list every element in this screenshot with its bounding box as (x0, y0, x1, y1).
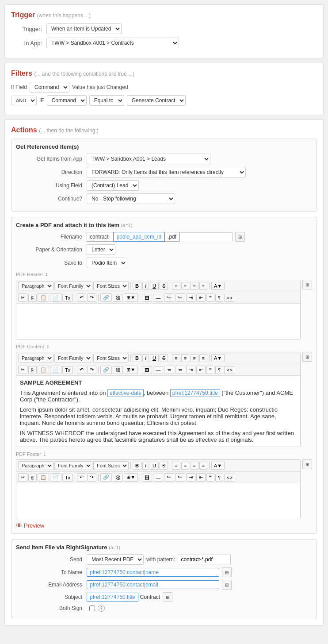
header-redo-btn[interactable]: ↷ (87, 293, 96, 302)
header-italic-btn[interactable]: I (142, 282, 149, 290)
content-strike-btn[interactable]: S (160, 354, 168, 362)
and-select[interactable]: AND (11, 96, 37, 105)
content-source-btn[interactable]: <> (224, 366, 235, 374)
footer-unlink-btn[interactable]: ⛓ (113, 474, 123, 482)
header-grid-icon[interactable]: ⊞ (302, 280, 312, 289)
header-underline-btn[interactable]: U (150, 282, 159, 290)
content-outdent-btn[interactable]: ⇤ (196, 366, 206, 374)
pdf-content-body[interactable]: SAMPLE AGREEMENT This Agreement is enter… (16, 376, 300, 447)
content-undo-btn[interactable]: ↶ (77, 366, 86, 374)
footer-indent-btn[interactable]: ⇥ (186, 473, 195, 482)
header-para-btn[interactable]: ¶ (215, 294, 223, 302)
generate-contract-select[interactable]: Generate Contract (127, 95, 186, 106)
header-align-right-btn[interactable]: ≡ (190, 282, 198, 290)
footer-grid-icon[interactable]: ⊞ (302, 459, 312, 469)
footer-align-right-btn[interactable]: ≡ (190, 462, 198, 470)
paper-select[interactable]: Letter (87, 244, 115, 255)
command-select[interactable]: Command (47, 95, 87, 106)
footer-link-btn[interactable]: 🔗 (100, 473, 112, 482)
footer-bold-btn[interactable]: B (133, 462, 141, 470)
footer-undo-btn[interactable]: ↶ (77, 473, 86, 482)
content-font-family-select[interactable]: Font Family (54, 354, 92, 362)
content-paste-text-btn[interactable]: 📄 (50, 366, 61, 374)
header-font-family-select[interactable]: Font Family (54, 282, 92, 290)
footer-align-center-btn[interactable]: ≡ (181, 462, 189, 470)
pdf-footer-body[interactable] (16, 483, 300, 519)
content-redo-btn[interactable]: ↷ (87, 366, 96, 374)
equal-to-select[interactable]: Equal to (89, 95, 124, 106)
footer-quote-btn[interactable]: ❝ (206, 473, 214, 482)
subject-grid-icon[interactable]: ⊞ (163, 592, 172, 602)
content-align-left-btn[interactable]: ≡ (172, 354, 180, 362)
header-align-center-btn[interactable]: ≡ (181, 282, 189, 290)
footer-paste-text-btn[interactable]: 📄 (50, 473, 61, 482)
header-outdent-btn[interactable]: ⇤ (196, 293, 206, 302)
footer-strike-btn[interactable]: S (160, 462, 168, 470)
trigger-select[interactable]: When an Item is Updated (46, 23, 122, 34)
filename-extra-input[interactable] (179, 232, 233, 241)
header-table-btn[interactable]: ⊞▼ (124, 293, 138, 302)
preview-link[interactable]: 👁 Preview (16, 522, 312, 529)
footer-font-family-select[interactable]: Font Family (54, 461, 92, 470)
footer-paragraph-select[interactable]: Paragraph (18, 461, 53, 470)
content-align-right-btn[interactable]: ≡ (190, 354, 198, 362)
with-pattern-input[interactable] (178, 555, 231, 564)
header-ul-btn[interactable]: ≔ (164, 293, 174, 302)
header-undo-btn[interactable]: ↶ (77, 293, 86, 302)
footer-align-left-btn[interactable]: ≡ (172, 462, 180, 470)
content-para-btn[interactable]: ¶ (215, 366, 223, 374)
content-underline-btn[interactable]: U (150, 354, 159, 362)
content-font-color-btn[interactable]: A▼ (211, 354, 225, 362)
content-ul-btn[interactable]: ≔ (164, 366, 174, 374)
header-link-btn[interactable]: 🔗 (100, 293, 112, 302)
footer-copy-btn[interactable]: ⎘ (28, 474, 37, 482)
footer-align-justify-btn[interactable]: ≡ (199, 462, 207, 470)
footer-underline-btn[interactable]: U (150, 462, 159, 470)
send-select[interactable]: Most Recent PDF (87, 554, 144, 565)
footer-table-btn[interactable]: ⊞▼ (124, 473, 138, 482)
header-paste-btn[interactable]: 📋 (38, 293, 49, 302)
content-bold-btn[interactable]: B (133, 354, 141, 362)
content-table-btn[interactable]: ⊞▼ (124, 366, 138, 374)
content-unlink-btn[interactable]: ⛓ (113, 366, 123, 374)
header-hr-btn[interactable]: — (153, 294, 163, 302)
header-font-color-btn[interactable]: A▼ (211, 282, 225, 290)
footer-clear-format-btn[interactable]: Tx (62, 474, 73, 482)
content-img-btn[interactable]: 🖼 (142, 366, 152, 374)
footer-italic-btn[interactable]: I (142, 462, 149, 470)
content-align-center-btn[interactable]: ≡ (181, 354, 189, 362)
header-paste-text-btn[interactable]: 📄 (50, 293, 61, 302)
content-italic-btn[interactable]: I (142, 354, 149, 362)
subject-token[interactable]: pfref:12774750:title (87, 593, 138, 602)
footer-ol-btn[interactable]: ≔ (175, 473, 185, 482)
get-items-select[interactable]: TWW > Sandbox A001 > Leads (87, 154, 210, 164)
header-img-btn[interactable]: 🖼 (142, 294, 152, 302)
if-field-select[interactable]: Command (30, 82, 69, 93)
content-quote-btn[interactable]: ❝ (206, 366, 214, 374)
filename-grid-icon[interactable]: ⊞ (235, 232, 245, 242)
content-indent-btn[interactable]: ⇥ (186, 366, 195, 374)
footer-font-sizes-select[interactable]: Font Sizes (93, 461, 129, 470)
header-paragraph-select[interactable]: Paragraph (18, 282, 53, 290)
effective-date-token[interactable]: effective-date (107, 389, 144, 397)
content-paragraph-select[interactable]: Paragraph (18, 354, 53, 362)
content-align-justify-btn[interactable]: ≡ (199, 354, 207, 362)
content-hr-btn[interactable]: — (153, 366, 163, 374)
header-clear-format-btn[interactable]: Tx (62, 294, 73, 302)
content-link-btn[interactable]: 🔗 (100, 366, 112, 374)
to-name-grid-icon[interactable]: ⊞ (222, 567, 232, 577)
footer-source-btn[interactable]: <> (224, 474, 235, 482)
content-copy-btn[interactable]: ⎘ (28, 366, 37, 374)
pdf-header-body[interactable] (16, 304, 300, 339)
footer-outdent-btn[interactable]: ⇤ (196, 473, 206, 482)
pfref-title-token[interactable]: pfref:12774750:title (170, 389, 220, 397)
header-align-left-btn[interactable]: ≡ (172, 282, 180, 290)
content-ol-btn[interactable]: ≔ (175, 366, 185, 374)
footer-font-color-btn[interactable]: A▼ (211, 462, 225, 470)
direction-select[interactable]: FORWARD: Only Items that this Item refer… (87, 167, 246, 177)
using-field-select[interactable]: (Contract) Lead (87, 180, 139, 191)
to-name-token[interactable]: pfref:12774750:contact|name (87, 568, 219, 577)
header-cut-btn[interactable]: ✂ (18, 293, 27, 302)
content-grid-icon[interactable]: ⊞ (302, 352, 312, 362)
email-grid-icon[interactable]: ⊞ (222, 580, 232, 590)
